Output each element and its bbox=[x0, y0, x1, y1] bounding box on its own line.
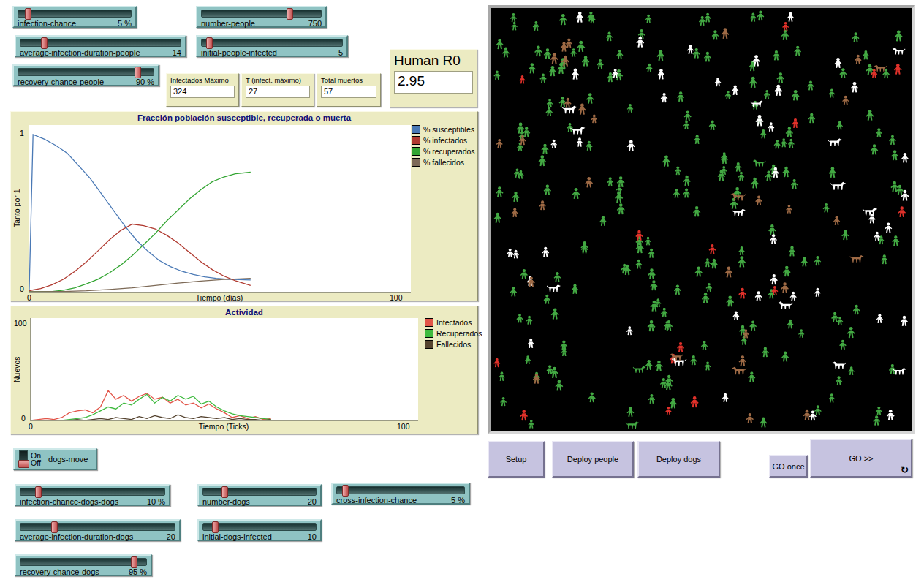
plot-actividad: Actividad Nuevos 100 0 0 Tiempo (Ticks) … bbox=[10, 306, 478, 434]
legend-label: Recuperados bbox=[436, 330, 482, 338]
slider-label: initial-dogs-infected bbox=[202, 532, 272, 541]
forever-icon: ↻ bbox=[901, 464, 909, 475]
plot-area bbox=[30, 318, 418, 421]
go-forever-button[interactable]: GO >> ↻ bbox=[810, 439, 912, 478]
legend-label: Infectados bbox=[436, 319, 472, 327]
monitor-value: 324 bbox=[170, 86, 235, 98]
switch-off-label: Off bbox=[31, 459, 41, 467]
plot-x-axis-label: Tiempo (Ticks) bbox=[30, 422, 417, 431]
legend-swatch-fallecidos bbox=[425, 340, 433, 349]
button-label: Setup bbox=[506, 455, 527, 464]
setup-button[interactable]: Setup bbox=[488, 441, 545, 478]
slider-value: 10 % bbox=[147, 497, 165, 506]
monitor-human-r0: Human R0 2.95 bbox=[390, 49, 477, 107]
slider-track[interactable] bbox=[20, 523, 175, 531]
legend-item: % fallecidos bbox=[412, 158, 475, 167]
switch-state-labels: On Off bbox=[31, 452, 41, 467]
slider-initial-people-infected[interactable]: initial-people-infected5 bbox=[196, 35, 348, 57]
slider-infection-chance[interactable]: infection-chance5 % bbox=[12, 6, 137, 28]
plot-area bbox=[29, 125, 411, 292]
slider-number-people[interactable]: number-people750 bbox=[196, 6, 327, 28]
plot-canvas bbox=[31, 318, 418, 420]
monitor-value: 2.95 bbox=[394, 71, 473, 94]
slider-average-infection-duration-people[interactable]: average-infection-duration-people14 bbox=[15, 35, 186, 57]
button-label: Deploy dogs bbox=[656, 455, 701, 464]
legend-swatch-recuperados bbox=[425, 329, 433, 338]
plot-title: Fracción población susceptible, recupera… bbox=[11, 113, 477, 122]
legend-item: Infectados bbox=[425, 318, 482, 327]
slider-thumb[interactable] bbox=[35, 486, 42, 498]
slider-cross-infection-chance[interactable]: cross-infection-chance5 % bbox=[331, 483, 470, 505]
slider-thumb[interactable] bbox=[131, 556, 137, 568]
slider-label: recovery-chance-people bbox=[18, 78, 104, 86]
monitor-infectados-maximo: Infectados Máximo 324 bbox=[166, 73, 239, 107]
plot-legend: Infectados Recuperados Fallecidos bbox=[425, 318, 482, 349]
slider-thumb[interactable] bbox=[206, 37, 213, 49]
dogs-move-switch[interactable]: On Off dogs-move bbox=[13, 448, 97, 470]
slider-track[interactable] bbox=[18, 10, 132, 18]
plot-canvas bbox=[29, 125, 411, 292]
switch-track[interactable] bbox=[19, 450, 28, 468]
slider-track[interactable] bbox=[20, 558, 147, 566]
slider-number-dogs[interactable]: number-dogs20 bbox=[197, 484, 322, 506]
plot-y-axis-label: Nuevos bbox=[12, 318, 21, 420]
slider-thumb[interactable] bbox=[25, 8, 31, 20]
button-label: Deploy people bbox=[567, 455, 618, 464]
slider-value: 5 bbox=[338, 48, 343, 57]
switch-name: dogs-move bbox=[48, 455, 88, 464]
slider-average-infection-duration-dogs[interactable]: average-infection-duration-dogs20 bbox=[15, 519, 181, 541]
slider-label: number-people bbox=[201, 19, 255, 28]
slider-track[interactable] bbox=[201, 39, 343, 47]
legend-label: % susceptibles bbox=[423, 126, 474, 134]
switch-handle[interactable] bbox=[18, 460, 29, 468]
slider-track[interactable] bbox=[18, 68, 154, 76]
slider-label: average-infection-duration-dogs bbox=[20, 532, 133, 541]
plot-y-axis-label: Tanto por 1 bbox=[12, 125, 21, 292]
slider-thumb[interactable] bbox=[342, 485, 349, 497]
slider-label: number-dogs bbox=[202, 497, 250, 506]
slider-track[interactable] bbox=[336, 486, 465, 494]
slider-recovery-chance-dogs[interactable]: recovery-chance-dogs95 % bbox=[15, 554, 152, 576]
monitor-label: Human R0 bbox=[394, 52, 473, 69]
plot-x-axis-label: Tiempo (días) bbox=[29, 293, 410, 302]
monitor-label: T (infect. máximo) bbox=[246, 76, 310, 84]
slider-track[interactable] bbox=[202, 488, 317, 496]
slider-recovery-chance-people[interactable]: recovery-chance-people90 % bbox=[12, 64, 159, 86]
monitor-label: Total muertos bbox=[321, 76, 376, 84]
slider-track[interactable] bbox=[202, 523, 317, 531]
slider-thumb[interactable] bbox=[41, 37, 48, 49]
slider-label: infection-chance bbox=[18, 19, 76, 28]
legend-label: % fallecidos bbox=[423, 159, 464, 167]
slider-infection-chance-dogs-dogs[interactable]: infection-chance-dogs-dogs10 % bbox=[15, 484, 170, 506]
slider-track[interactable] bbox=[201, 10, 322, 18]
slider-label: average-infection-duration-people bbox=[20, 48, 140, 57]
legend-item: % recuperados bbox=[412, 147, 475, 156]
legend-item: Fallecidos bbox=[425, 340, 482, 349]
slider-track[interactable] bbox=[20, 488, 165, 496]
world-view[interactable] bbox=[488, 5, 915, 434]
deploy-people-button[interactable]: Deploy people bbox=[552, 441, 634, 478]
y-tick-min: 0 bbox=[21, 414, 26, 423]
slider-thumb[interactable] bbox=[287, 8, 293, 20]
x-tick-max: 100 bbox=[397, 422, 410, 431]
y-tick-max: 1 bbox=[20, 129, 24, 137]
deploy-dogs-button[interactable]: Deploy dogs bbox=[637, 441, 720, 478]
world-svg bbox=[491, 8, 912, 431]
slider-thumb[interactable] bbox=[212, 521, 219, 533]
slider-value: 750 bbox=[308, 19, 322, 28]
x-tick-max: 100 bbox=[390, 293, 403, 302]
legend-label: % infectados bbox=[423, 137, 467, 145]
slider-thumb[interactable] bbox=[135, 67, 141, 78]
go-once-button[interactable]: GO once bbox=[769, 455, 808, 478]
slider-thumb[interactable] bbox=[221, 486, 228, 498]
monitor-value: 57 bbox=[321, 86, 376, 98]
legend-label: % recuperados bbox=[423, 148, 475, 156]
monitor-t-infect-maximo: T (infect. máximo) 27 bbox=[241, 73, 314, 107]
slider-track[interactable] bbox=[20, 39, 181, 47]
slider-label: initial-people-infected bbox=[201, 48, 277, 57]
slider-label: recovery-chance-dogs bbox=[20, 567, 99, 576]
slider-initial-dogs-infected[interactable]: initial-dogs-infected10 bbox=[197, 519, 322, 541]
legend-item: % susceptibles bbox=[412, 125, 475, 134]
legend-swatch-infectados bbox=[412, 136, 420, 145]
slider-thumb[interactable] bbox=[51, 521, 58, 533]
